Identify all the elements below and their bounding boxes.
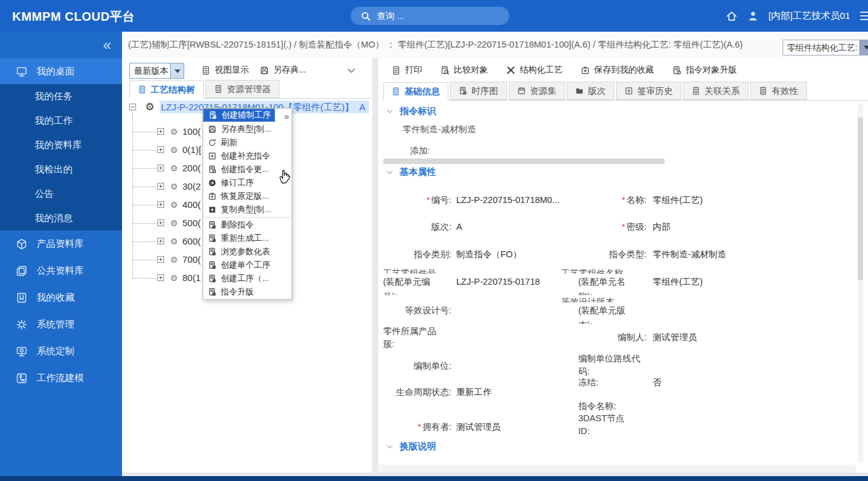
tree-node[interactable]: 700( bbox=[182, 254, 201, 266]
tree-expand-toggle[interactable] bbox=[157, 201, 164, 208]
tree-connector bbox=[132, 168, 157, 169]
field-value: 测试管理员 bbox=[653, 331, 697, 344]
tree-node[interactable]: 0(1)[ bbox=[182, 144, 201, 156]
version-select[interactable]: 最新版本 bbox=[129, 63, 184, 79]
tree-node[interactable]: 100( bbox=[182, 126, 201, 138]
sidebar-item-my-tasks[interactable]: 我的任务 bbox=[0, 84, 122, 109]
tab-approval-history[interactable]: 签审历史 bbox=[616, 82, 681, 100]
tree-expand-toggle[interactable] bbox=[157, 256, 164, 263]
tab-versions[interactable]: 版次 bbox=[567, 82, 614, 100]
tree-node[interactable]: 30(2 bbox=[182, 180, 201, 193]
sidebar-item-my-favorites[interactable]: 我的收藏 bbox=[0, 284, 122, 311]
menu-item-label: 恢复原定版... bbox=[221, 191, 269, 202]
menu-item-refresh[interactable]: 刷新 bbox=[203, 136, 292, 149]
print-button[interactable]: 打印 bbox=[392, 65, 422, 76]
menu-item-instruction-upgrade[interactable]: 指令升版 bbox=[203, 285, 292, 299]
field-value: 内部 bbox=[653, 221, 670, 233]
sidebar-item-checked-out[interactable]: 我检出的 bbox=[0, 157, 122, 182]
clipped-label: 号): bbox=[383, 290, 462, 295]
menu-item-create-instruction-change[interactable]: 创建指令更... bbox=[203, 163, 292, 176]
version-select-button[interactable] bbox=[170, 63, 184, 78]
menu-item-browse-parametric-table[interactable]: 浏览参数化表 bbox=[203, 245, 292, 258]
menu-item-restore-original-version[interactable]: 恢复原定版... bbox=[203, 190, 292, 203]
tab-resource-set[interactable]: 资源集 bbox=[509, 82, 565, 100]
tab-timing-diagram[interactable]: 时序图 bbox=[450, 82, 507, 100]
tree-expand-toggle[interactable] bbox=[157, 219, 164, 226]
sidebar-item-system-admin[interactable]: 系统管理 bbox=[0, 311, 122, 338]
menu-item-delete-instruction[interactable]: 删除指令 bbox=[203, 218, 292, 232]
tree-expand-toggle[interactable] bbox=[157, 165, 164, 171]
tree-connector bbox=[132, 241, 157, 242]
instruction-upgrade-button[interactable]: 指令对象升版 bbox=[672, 65, 737, 76]
tab-basic-info[interactable]: 基础信息 bbox=[383, 82, 448, 101]
sidebar-item-label: 系统定制 bbox=[37, 345, 74, 358]
tree-node[interactable]: 400( bbox=[182, 199, 201, 211]
global-search-input[interactable]: 查询 ... bbox=[351, 7, 509, 25]
tree-expand-toggle[interactable] bbox=[157, 274, 164, 281]
field-label: 指令名称: bbox=[561, 400, 647, 413]
tab-relations[interactable]: 关联关系 bbox=[683, 82, 748, 100]
sidebar-item-my-work[interactable]: 我的工作 bbox=[0, 109, 122, 133]
horizontal-scrollbar[interactable] bbox=[383, 159, 665, 164]
menu-item-create-supplement-instruction[interactable]: 创建补充指令 bbox=[203, 149, 292, 163]
tree-expand-toggle[interactable] bbox=[157, 183, 164, 190]
tree-node[interactable]: 600( bbox=[182, 235, 201, 248]
field-label: 编制单位路线代 码: bbox=[561, 352, 647, 378]
sidebar-item-product-library[interactable]: 产品资料库 bbox=[0, 230, 122, 257]
tab-effectivity[interactable]: 有效性 bbox=[750, 82, 807, 100]
sidebar-item-workflow-modeling[interactable]: 工作流建模 bbox=[0, 365, 122, 391]
tree-collapse-toggle[interactable] bbox=[129, 104, 136, 110]
structured-process-button[interactable]: 结构化工艺 bbox=[506, 65, 562, 76]
menu-item-revise-operation[interactable]: 修订工序 bbox=[203, 176, 292, 190]
tab-process-structure-tree[interactable]: 工艺结构树 bbox=[129, 80, 204, 99]
save-to-favorites-button[interactable]: 保存到我的收藏 bbox=[581, 65, 654, 76]
sidebar-item-my-desktop[interactable]: 我的桌面 bbox=[0, 59, 122, 84]
user-icon[interactable] bbox=[747, 10, 759, 22]
field-label: 指令类型: bbox=[561, 248, 647, 261]
tree-node[interactable]: 200( bbox=[182, 162, 201, 174]
section-revision-notes[interactable]: 换版说明 bbox=[386, 441, 436, 452]
menu-item-create-operation[interactable]: 创建工序（... bbox=[203, 272, 292, 285]
vertical-scrollbar[interactable] bbox=[858, 104, 863, 463]
view-display-button[interactable]: 视图显示 bbox=[201, 65, 249, 76]
menu-icon[interactable] bbox=[860, 9, 868, 23]
save-as-typical-button[interactable]: 另存典... bbox=[260, 65, 306, 76]
gear-icon: ⚙ bbox=[170, 219, 178, 227]
context-object-dropdown[interactable]: 零组件结构化工艺: 零组... bbox=[783, 40, 868, 55]
field-label: 3DAST节点 ID: bbox=[561, 412, 647, 438]
gear-icon: ⚙ bbox=[170, 164, 178, 173]
tab-resource-manager[interactable]: 资源管理器 bbox=[206, 80, 280, 98]
gear-icon: ⚙ bbox=[170, 237, 178, 246]
compare-objects-button[interactable]: 比较对象 bbox=[440, 65, 488, 76]
tree-expand-toggle[interactable] bbox=[157, 238, 164, 244]
sidebar-item-system-custom[interactable]: 系统定制 bbox=[0, 338, 122, 365]
section-basic-attributes[interactable]: 基本属性 bbox=[386, 166, 436, 178]
breadcrumb[interactable]: (工艺)辅制工序[RWBSL-220715-18151](.) / 制造装配指令… bbox=[128, 32, 775, 58]
tree-expand-toggle[interactable] bbox=[157, 128, 164, 135]
tree-connector bbox=[132, 205, 157, 205]
tab-label: 资源管理器 bbox=[227, 84, 271, 95]
sidebar-item-announcements[interactable]: 公告 bbox=[0, 182, 122, 206]
menu-item-create-single-operation[interactable]: 创建单个工序 bbox=[203, 258, 292, 272]
sidebar-item-my-messages[interactable]: 我的消息 bbox=[0, 206, 122, 230]
sidebar-collapse-icon[interactable]: « bbox=[0, 32, 122, 59]
sidebar-item-public-library[interactable]: 公共资料库 bbox=[0, 257, 122, 284]
scrollbar-thumb[interactable] bbox=[858, 117, 863, 280]
current-user-label[interactable]: [内部]工艺技术员01 bbox=[769, 10, 850, 23]
menu-item-regenerate-operation[interactable]: 重新生成工... bbox=[203, 232, 292, 245]
menu-item-create-auxiliary-operation[interactable]: 创建辅制工序 bbox=[203, 109, 275, 122]
bookmark-icon bbox=[16, 292, 27, 304]
menu-item-save-as-typical[interactable]: 另存典型[制... bbox=[203, 123, 292, 136]
menu-item-copy-typical[interactable]: 复制典型[制... bbox=[203, 203, 292, 216]
toolbar-expand-chevron[interactable] bbox=[346, 65, 356, 76]
clipped-label: 称): bbox=[578, 290, 651, 295]
tree-node[interactable]: 500( bbox=[182, 217, 201, 229]
section-instruction-id[interactable]: 指令标识 bbox=[386, 105, 436, 117]
field-label: 编制单位: bbox=[383, 360, 451, 372]
home-icon[interactable] bbox=[726, 10, 737, 22]
tree-expand-toggle[interactable] bbox=[157, 146, 164, 153]
monitor-icon bbox=[16, 66, 27, 77]
tree-node[interactable]: 80(1 bbox=[182, 272, 201, 284]
sidebar-item-my-library[interactable]: 我的资料库 bbox=[0, 133, 122, 157]
dropdown-button[interactable] bbox=[859, 40, 868, 55]
